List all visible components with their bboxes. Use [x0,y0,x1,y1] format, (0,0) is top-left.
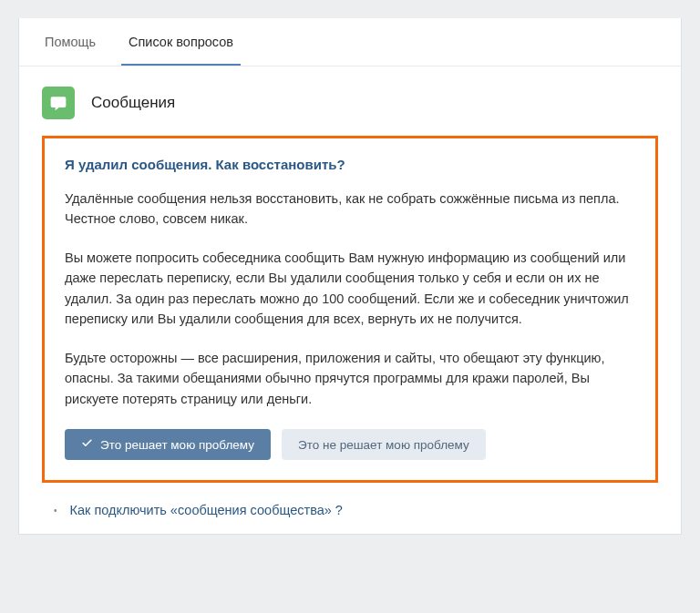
article-paragraph: Вы можете попросить собеседника сообщить… [65,248,635,330]
tab-questions[interactable]: Список вопросов [121,18,241,66]
messages-icon [42,87,75,119]
solves-problem-label: Это решает мою проблему [100,438,254,452]
section-header: Сообщения [19,66,681,136]
related-link[interactable]: Как подключить «сообщения сообщества» ? [70,503,343,517]
article-actions: Это решает мою проблему Это не решает мо… [65,429,635,460]
article-paragraph: Удалённые сообщения нельзя восстановить,… [65,189,635,230]
help-content-panel: Помощь Список вопросов Сообщения Я удали… [18,18,682,535]
section-title: Сообщения [91,94,175,112]
check-icon [81,437,93,452]
tab-help[interactable]: Помощь [37,18,103,66]
related-row: • Как подключить «сообщения сообщества» … [19,499,681,534]
article-highlight-box: Я удалил сообщения. Как восстановить? Уд… [42,136,658,483]
article-title: Я удалил сообщения. Как восстановить? [65,157,635,172]
article-paragraph: Будьте осторожны — все расширения, прило… [65,348,635,409]
bullet-icon: • [54,506,57,516]
solves-problem-button[interactable]: Это решает мою проблему [65,429,271,460]
tabs-bar: Помощь Список вопросов [19,18,681,66]
not-solves-problem-button[interactable]: Это не решает мою проблему [282,429,486,460]
